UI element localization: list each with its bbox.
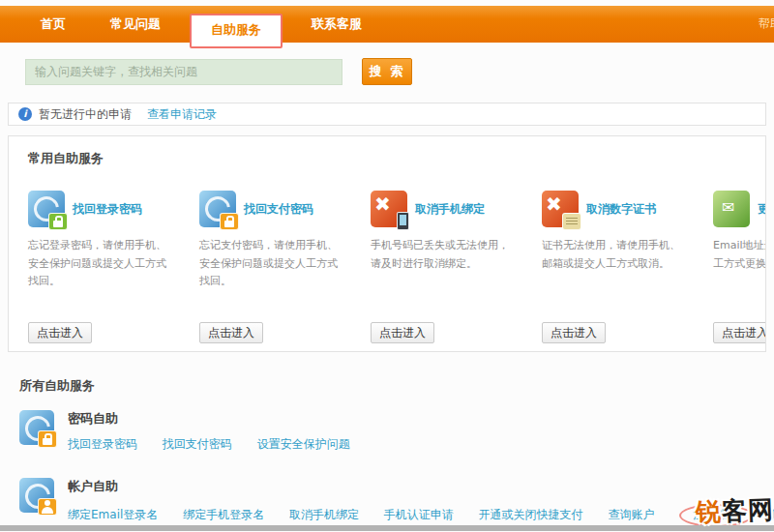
card-title-link[interactable]: 找回支付密码 xyxy=(244,201,313,218)
link-phone-certification[interactable]: 手机认证申请 xyxy=(384,508,454,521)
group-links: 找回登录密码 找回支付密码 设置安全保护问题 xyxy=(68,436,372,453)
tab-self-service[interactable]: 自助服务 xyxy=(190,14,283,48)
group-account-self-service: 帐户自助 绑定Email登录名 绑定手机登录名 取消手机绑定 手机认证申请 开通… xyxy=(19,478,766,527)
link-toggle-quick-pay[interactable]: 开通或关闭快捷支付 xyxy=(479,508,583,521)
search-bar: 搜 索 xyxy=(25,58,774,85)
card-title-link[interactable]: 更换Email绑定 xyxy=(758,201,766,218)
common-services-title: 常用自助服务 xyxy=(28,150,765,167)
password-group-icon xyxy=(19,410,54,445)
card-description: Email地址无法使用，可提交人工方式更换。 xyxy=(713,237,766,273)
enter-button[interactable]: 点击进入 xyxy=(199,322,263,343)
all-services-section: 所有自助服务 密码自助 找回登录密码 找回支付密码 设置安全保护问题 帐户自助 … xyxy=(19,377,766,527)
account-group-icon xyxy=(19,478,54,513)
enter-button[interactable]: 点击进入 xyxy=(713,322,766,343)
group-title: 密码自助 xyxy=(68,410,372,428)
all-services-title: 所有自助服务 xyxy=(19,377,766,395)
watermark-ruike-wang: 锐客网 xyxy=(695,493,774,530)
link-recover-pay-password[interactable]: 找回支付密码 xyxy=(163,437,232,451)
info-icon: i xyxy=(18,107,32,121)
card-cancel-certificate: ✖ 取消数字证书 证书无法使用，请使用手机、邮箱或提交人工方式取消。 点击进入 xyxy=(542,191,689,343)
card-title-link[interactable]: 取消手机绑定 xyxy=(415,201,485,218)
card-description: 手机号码已丢失或无法使用，请及时进行取消绑定。 xyxy=(371,237,518,273)
service-cards: 找回登录密码 忘记登录密码，请使用手机、安全保护问题或提交人工方式找回。 点击进… xyxy=(28,191,765,343)
enter-button[interactable]: 点击进入 xyxy=(371,322,434,343)
card-description: 忘记登录密码，请使用手机、安全保护问题或提交人工方式找回。 xyxy=(28,237,175,291)
unbind-phone-icon: ✖ xyxy=(371,191,407,227)
group-title: 帐户自助 xyxy=(68,478,774,495)
view-application-records-link[interactable]: 查看申请记录 xyxy=(147,106,217,123)
enter-button[interactable]: 点击进入 xyxy=(28,322,92,343)
top-nav-bar: 首页 常见问题 自助服务 联系客服 帮助 xyxy=(0,6,774,43)
login-password-icon xyxy=(28,191,65,227)
card-recover-pay-password: 找回支付密码 忘记支付密码，请使用手机、安全保护问题或提交人工方式找回。 点击进… xyxy=(199,191,346,343)
search-button[interactable]: 搜 索 xyxy=(362,58,412,85)
common-services-panel: 常用自助服务 找回登录密码 忘记登录密码，请使用手机、安全保护问题或提交人工方式… xyxy=(8,135,766,352)
application-status-bar: i 暂无进行中的申请 查看申请记录 xyxy=(8,103,766,126)
bottom-divider-bar xyxy=(0,525,774,531)
link-recover-login-password[interactable]: 找回登录密码 xyxy=(68,437,137,451)
topbar-right-link[interactable]: 帮助 xyxy=(759,15,774,32)
link-bind-phone-login[interactable]: 绑定手机登录名 xyxy=(183,508,264,521)
search-input[interactable] xyxy=(25,59,342,85)
card-change-email: ✉ 更换Email绑定 Email地址无法使用，可提交人工方式更换。 点击进入 xyxy=(713,191,766,343)
card-unbind-phone: ✖ 取消手机绑定 手机号码已丢失或无法使用，请及时进行取消绑定。 点击进入 xyxy=(371,191,518,343)
tab-faq[interactable]: 常见问题 xyxy=(95,6,176,43)
link-set-security-question[interactable]: 设置安全保护问题 xyxy=(257,437,350,451)
card-title-link[interactable]: 取消数字证书 xyxy=(586,201,656,218)
status-text: 暂无进行中的申请 xyxy=(39,106,132,123)
tab-contact-support[interactable]: 联系客服 xyxy=(296,6,377,43)
pay-password-icon xyxy=(199,191,236,227)
card-description: 忘记支付密码，请使用手机、安全保护问题或提交人工方式找回。 xyxy=(199,237,346,291)
link-query-account[interactable]: 查询账户 xyxy=(608,508,654,521)
card-description: 证书无法使用，请使用手机、邮箱或提交人工方式取消。 xyxy=(542,237,689,273)
cancel-cert-icon: ✖ xyxy=(542,191,579,227)
group-password-self-service: 密码自助 找回登录密码 找回支付密码 设置安全保护问题 xyxy=(19,410,766,453)
card-recover-login-password: 找回登录密码 忘记登录密码，请使用手机、安全保护问题或提交人工方式找回。 点击进… xyxy=(28,191,175,343)
enter-button[interactable]: 点击进入 xyxy=(542,322,606,343)
tab-home[interactable]: 首页 xyxy=(25,6,81,43)
link-unbind-phone[interactable]: 取消手机绑定 xyxy=(289,508,359,521)
email-icon: ✉ xyxy=(713,191,750,227)
group-links: 绑定Email登录名 绑定手机登录名 取消手机绑定 手机认证申请 开通或关闭快捷… xyxy=(68,504,774,527)
card-title-link[interactable]: 找回登录密码 xyxy=(73,201,142,218)
link-bind-email-login[interactable]: 绑定Email登录名 xyxy=(68,508,158,521)
